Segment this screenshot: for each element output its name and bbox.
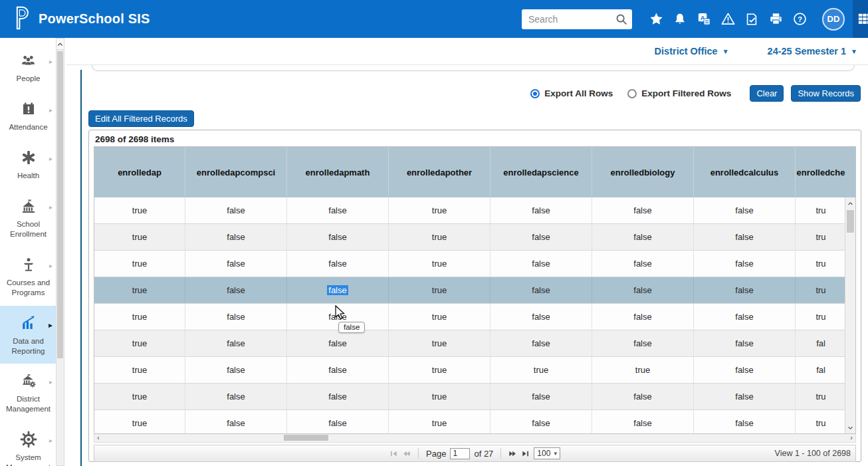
table-cell[interactable]: true [389, 410, 490, 434]
table-cell[interactable]: false [694, 224, 796, 250]
table-cell[interactable]: false [694, 197, 796, 223]
table-cell[interactable]: false [694, 384, 796, 409]
table-cell[interactable]: true [94, 197, 185, 223]
table-cell[interactable]: true [389, 251, 490, 277]
sidebar-item-attendance[interactable]: Attendance▸ [0, 92, 56, 140]
edit-all-filtered-records-button[interactable]: Edit All Filtered Records [88, 110, 194, 127]
sidebar-item-data-and-reporting[interactable]: Data and Reporting▸ [0, 306, 56, 364]
table-cell[interactable]: false [592, 384, 694, 409]
table-cell[interactable]: true [389, 384, 490, 409]
notifications-bell-icon[interactable] [672, 11, 688, 27]
table-cell[interactable]: true [389, 224, 490, 250]
table-cell[interactable]: true [389, 357, 490, 383]
table-cell[interactable]: false [592, 330, 694, 356]
column-header[interactable]: enrolledbiology [592, 147, 694, 197]
column-header[interactable]: enrolledapmath [287, 147, 389, 197]
table-cell[interactable]: tru [796, 410, 846, 434]
table-row[interactable]: truefalsefalsetruefalsefalsefalsetru [94, 251, 855, 277]
scroll-up-icon[interactable] [845, 197, 855, 209]
table-cell[interactable]: false [490, 251, 592, 277]
table-row[interactable]: truefalsefalsetruetruetruefalsefal [94, 357, 855, 384]
table-cell[interactable]: false [490, 197, 592, 223]
table-vertical-scrollbar[interactable] [845, 197, 855, 433]
table-cell[interactable]: false [287, 410, 389, 434]
translate-icon[interactable]: A [696, 11, 712, 27]
table-cell[interactable]: true [94, 330, 185, 356]
table-row[interactable]: truefalsefalsetruefalsefalsefalsetru [94, 197, 855, 224]
table-cell[interactable]: true [94, 277, 185, 303]
sidebar-item-courses-and-programs[interactable]: Courses and Programs▸ [0, 247, 56, 306]
show-records-button[interactable]: Show Records [791, 85, 861, 102]
print-icon[interactable] [768, 11, 784, 27]
table-cell[interactable]: false [694, 304, 796, 330]
first-page-button[interactable] [389, 449, 398, 458]
table-row[interactable]: truefalsefalsetruefalsefalsefalsetru [94, 304, 855, 330]
table-row[interactable]: truefalsefalsetruefalsefalsefalsetru [94, 384, 855, 410]
table-cell[interactable]: false [490, 304, 592, 330]
scroll-left-icon[interactable]: ‹ [97, 433, 100, 442]
table-cell[interactable]: tru [796, 224, 846, 250]
next-page-button[interactable] [508, 449, 517, 458]
table-cell[interactable]: true [94, 224, 185, 250]
table-cell[interactable]: false [287, 330, 389, 356]
table-cell[interactable]: false [185, 330, 287, 356]
help-icon[interactable]: ? [792, 11, 808, 27]
sidebar-item-health[interactable]: Health▸ [0, 140, 56, 189]
table-cell[interactable]: false [592, 251, 694, 277]
table-cell[interactable]: false [592, 277, 694, 303]
last-page-button[interactable] [521, 449, 530, 458]
sidebar-item-people[interactable]: People▸ [0, 43, 56, 92]
table-cell[interactable]: true [592, 357, 694, 383]
scroll-right-icon[interactable]: › [850, 433, 853, 442]
table-cell[interactable]: tru [796, 304, 846, 330]
column-header[interactable]: enrolledapscience [490, 147, 592, 197]
table-cell[interactable]: false [287, 197, 389, 223]
table-cell[interactable]: false [185, 304, 287, 330]
table-row[interactable]: truefalsefalsetruefalsefalsefalsefal [94, 330, 855, 357]
table-cell[interactable]: true [94, 357, 185, 383]
table-cell[interactable]: false [185, 224, 287, 250]
column-header[interactable]: enrolledap [94, 147, 185, 197]
table-cell[interactable]: false [490, 330, 592, 356]
user-avatar[interactable]: DD [822, 8, 845, 31]
table-cell[interactable]: true [94, 304, 185, 330]
column-header[interactable]: enrolledcalculus [694, 147, 796, 197]
column-header[interactable]: enrolledche [796, 147, 846, 197]
school-selector[interactable]: District Office▼ [655, 46, 729, 57]
table-cell[interactable]: true [94, 384, 185, 409]
page-size-select[interactable]: 100 ▾ [534, 447, 560, 459]
table-cell[interactable]: true [389, 330, 490, 356]
alerts-warning-icon[interactable] [720, 11, 736, 27]
vertical-scroll-thumb[interactable] [847, 210, 854, 233]
table-cell[interactable]: true [490, 357, 592, 383]
table-cell[interactable]: fal [796, 330, 846, 356]
table-cell[interactable]: tru [796, 251, 846, 277]
table-cell[interactable]: true [389, 197, 490, 223]
table-cell[interactable]: true [389, 277, 490, 303]
table-cell[interactable]: tru [796, 384, 846, 409]
search-icon[interactable] [614, 12, 629, 29]
table-row[interactable]: truefalsefalsetruefalsefalsefalsetru [94, 277, 855, 304]
table-horizontal-scrollbar[interactable]: ‹ › [94, 434, 856, 443]
horizontal-scroll-thumb[interactable] [284, 435, 328, 441]
table-cell[interactable]: false [287, 224, 389, 250]
table-cell[interactable]: fal [796, 357, 846, 383]
table-cell[interactable]: false [694, 410, 796, 434]
reports-clipboard-icon[interactable] [744, 11, 760, 27]
page-number-input[interactable] [450, 448, 470, 459]
table-row[interactable]: truefalsefalsetruefalsefalsefalsetru [94, 224, 855, 251]
table-cell[interactable]: false [490, 410, 592, 434]
table-cell[interactable]: false [694, 251, 796, 277]
table-cell[interactable]: true [94, 410, 185, 434]
table-cell[interactable]: false [490, 224, 592, 250]
table-cell[interactable]: false [592, 197, 694, 223]
table-cell[interactable]: false [185, 384, 287, 409]
table-cell[interactable]: false [694, 330, 796, 356]
table-cell[interactable]: false [490, 384, 592, 409]
table-row[interactable]: truefalsefalsetruefalsefalsefalsetru [94, 410, 855, 434]
table-cell[interactable]: true [389, 304, 490, 330]
table-cell[interactable]: false [287, 357, 389, 383]
scroll-down-icon[interactable] [845, 422, 855, 433]
term-selector[interactable]: 24-25 Semester 1▼ [768, 46, 857, 57]
prev-page-button[interactable] [402, 449, 411, 458]
